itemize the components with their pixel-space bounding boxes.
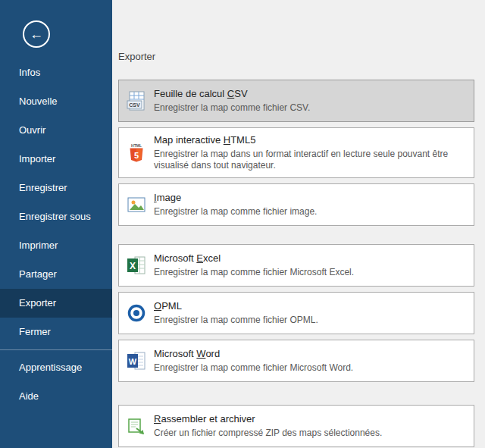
- sidebar-item-infos[interactable]: Infos: [0, 58, 112, 87]
- export-option-description: Enregistrer la map comme fichier CSV.: [154, 102, 465, 114]
- export-group-2: X Microsoft Excel Enregistrer la map com…: [118, 244, 474, 382]
- export-option-title: Microsoft Excel: [154, 252, 465, 264]
- excel-icon: X: [126, 255, 147, 276]
- sidebar-item-apprentissage[interactable]: Apprentissage: [0, 353, 112, 382]
- word-icon: W: [126, 350, 147, 371]
- export-option-description: Enregistrer la map comme fichier Microso…: [154, 267, 465, 278]
- sidebar-item-fermer[interactable]: Fermer: [0, 318, 112, 346]
- export-option-opml[interactable]: OPML Enregistrer la map comme fichier OP…: [118, 292, 474, 334]
- sidebar-item-ouvrir[interactable]: Ouvrir: [0, 116, 112, 145]
- sidebar-item-partager[interactable]: Partager: [0, 260, 112, 289]
- sidebar-item-nouvelle[interactable]: Nouvelle: [0, 87, 112, 116]
- sidebar-item-importer[interactable]: Importer: [0, 145, 112, 174]
- export-option-description: Créer un fichier compressé ZIP des maps …: [154, 428, 465, 439]
- export-option-image[interactable]: Image Enregistrer la map comme fichier i…: [118, 183, 474, 226]
- svg-text:CSV: CSV: [129, 102, 140, 108]
- sidebar-nav: Infos Nouvelle Ouvrir Importer Enregistr…: [0, 58, 112, 411]
- export-option-title: Microsoft Word: [154, 348, 465, 359]
- sidebar-divider: [0, 349, 112, 350]
- export-panel: Exporter CSV Feuille de calcul CSV Enreg…: [112, 0, 485, 448]
- sidebar-item-aide[interactable]: Aide: [0, 382, 112, 411]
- export-option-title: Map interactive HTML5: [154, 134, 465, 146]
- svg-text:5: 5: [134, 150, 139, 159]
- export-group-3: Rassembler et archiver Créer un fichier …: [118, 405, 474, 447]
- svg-text:W: W: [129, 357, 137, 366]
- export-option-description: Enregistrer la map comme fichier OPML.: [154, 315, 465, 326]
- export-option-excel[interactable]: X Microsoft Excel Enregistrer la map com…: [118, 244, 474, 287]
- export-option-word[interactable]: W Microsoft Word Enregistrer la map comm…: [118, 340, 474, 382]
- back-button[interactable]: ←: [23, 20, 50, 48]
- export-option-description: Enregistrer la map dans un format intera…: [154, 149, 465, 171]
- sidebar: ← Infos Nouvelle Ouvrir Importer Enregis…: [0, 0, 112, 448]
- back-arrow-icon: ←: [30, 27, 43, 42]
- sidebar-item-imprimer[interactable]: Imprimer: [0, 231, 112, 260]
- sidebar-item-exporter[interactable]: Exporter: [0, 289, 112, 318]
- html5-icon: HTML 5: [126, 143, 147, 164]
- export-option-description: Enregistrer la map comme fichier Microso…: [154, 362, 465, 374]
- opml-icon: [126, 302, 147, 324]
- export-group-1: CSV Feuille de calcul CSV Enregistrer la…: [118, 80, 474, 226]
- backstage-view: ← Infos Nouvelle Ouvrir Importer Enregis…: [0, 0, 485, 448]
- export-option-html5[interactable]: HTML 5 Map interactive HTML5 Enregistrer…: [118, 127, 474, 178]
- csv-icon: CSV: [126, 90, 147, 111]
- export-option-title: Image: [154, 192, 465, 203]
- export-option-archive[interactable]: Rassembler et archiver Créer un fichier …: [118, 405, 474, 447]
- export-option-title: Feuille de calcul CSV: [154, 88, 465, 99]
- page-title: Exporter: [118, 51, 485, 62]
- export-option-title: Rassembler et archiver: [154, 413, 465, 425]
- export-option-csv[interactable]: CSV Feuille de calcul CSV Enregistrer la…: [118, 80, 474, 122]
- image-icon: [126, 194, 147, 215]
- export-options-list: CSV Feuille de calcul CSV Enregistrer la…: [118, 80, 474, 447]
- sidebar-item-enregistrer[interactable]: Enregistrer: [0, 174, 112, 202]
- export-option-description: Enregistrer la map comme fichier image.: [154, 206, 465, 218]
- svg-text:X: X: [130, 261, 136, 271]
- svg-text:HTML: HTML: [131, 143, 142, 147]
- export-option-title: OPML: [154, 300, 465, 312]
- sidebar-item-enregistrer-sous[interactable]: Enregistrer sous: [0, 202, 112, 231]
- archive-icon: [126, 415, 147, 437]
